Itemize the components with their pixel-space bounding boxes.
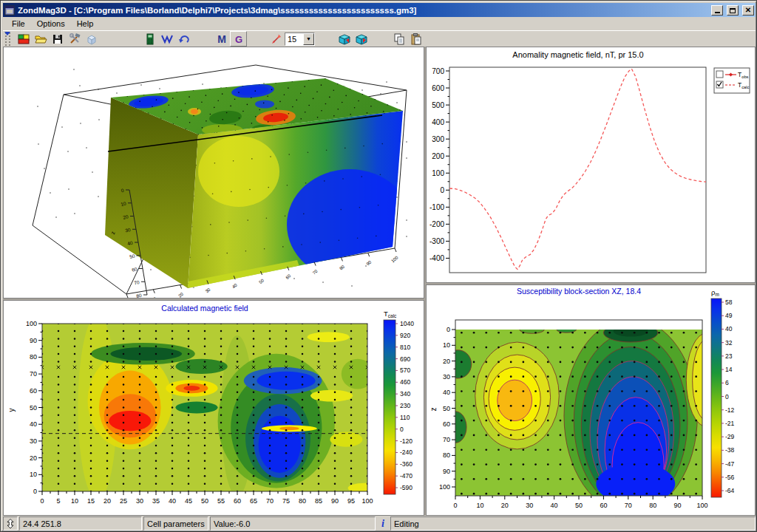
- cube-icon: [85, 33, 98, 46]
- svg-text:14: 14: [725, 366, 733, 373]
- undo-arrow-icon: [177, 33, 191, 46]
- save-button[interactable]: [49, 31, 66, 47]
- svg-text:70: 70: [266, 497, 274, 505]
- floppy-disk-icon: [51, 33, 64, 46]
- svg-text:Calculated magnetic field: Calculated magnetic field: [161, 304, 248, 313]
- svg-text:95: 95: [347, 497, 355, 505]
- susceptibility-section-panel[interactable]: Susceptibility block-section XZ, 18.4010…: [426, 284, 756, 516]
- section-back-button[interactable]: [336, 31, 353, 47]
- svg-text:-300: -300: [430, 237, 444, 245]
- svg-text:690: 690: [400, 355, 410, 363]
- mesh-button[interactable]: [158, 31, 175, 47]
- svg-text:-240: -240: [400, 449, 413, 456]
- menu-help[interactable]: Help: [71, 18, 100, 30]
- svg-text:810: 810: [400, 344, 410, 351]
- close-icon: ✕: [745, 6, 751, 15]
- status-coordinates: 24.4 251.8: [19, 516, 142, 531]
- svg-text:-38: -38: [725, 446, 735, 454]
- open-button[interactable]: [32, 31, 49, 47]
- svg-text:10: 10: [476, 502, 483, 509]
- grid-size-combo[interactable]: 15 ▼: [285, 33, 315, 46]
- svg-text:90: 90: [365, 259, 372, 266]
- svg-text:40: 40: [725, 325, 733, 332]
- svg-text:60: 60: [234, 497, 241, 505]
- letter-g-icon: G: [232, 33, 245, 46]
- anomaly-profile-chart[interactable]: Anomality magnetic field, nT, pr 15.0700…: [427, 47, 755, 282]
- maximize-button[interactable]: [727, 5, 739, 16]
- svg-text:z: z: [430, 408, 438, 412]
- calculate-button[interactable]: [141, 31, 158, 47]
- magnetic-mode-button[interactable]: M: [213, 31, 230, 47]
- new-model-button[interactable]: [15, 31, 32, 47]
- svg-text:300: 300: [432, 135, 444, 143]
- letter-m-icon: M: [215, 33, 228, 46]
- svg-text:80: 80: [443, 451, 450, 459]
- paste-button[interactable]: [407, 31, 424, 47]
- svg-text:60: 60: [600, 502, 607, 509]
- svg-text:-590: -590: [400, 484, 413, 491]
- svg-text:340: 340: [400, 390, 410, 398]
- susceptibility-section-chart[interactable]: Susceptibility block-section XZ, 18.4010…: [427, 285, 755, 515]
- svg-text:45: 45: [185, 497, 192, 505]
- close-button[interactable]: ✕: [742, 5, 754, 16]
- svg-text:G: G: [234, 34, 242, 45]
- svg-text:y: y: [7, 409, 16, 412]
- svg-text:1040: 1040: [400, 320, 414, 327]
- open-folder-icon: [34, 33, 47, 46]
- svg-text:30: 30: [136, 497, 143, 505]
- colormap-icon: [17, 33, 30, 46]
- svg-text:40: 40: [551, 502, 558, 509]
- svg-text:200: 200: [432, 152, 444, 160]
- svg-text:70: 70: [312, 268, 319, 275]
- undo-button[interactable]: [175, 31, 192, 47]
- svg-text:35: 35: [152, 497, 160, 505]
- svg-text:50: 50: [201, 497, 208, 505]
- section-forward-button[interactable]: [353, 31, 370, 47]
- svg-text:10: 10: [71, 497, 78, 505]
- toolbar-chevron-icon[interactable]: [4, 32, 10, 35]
- status-bar: 24.4 251.8 Cell parameters Value:-6.0 i …: [3, 516, 756, 531]
- model-3d-view[interactable]: 01020304050607080z0102030405060708090100: [4, 47, 424, 298]
- cube-view-button[interactable]: [83, 31, 100, 47]
- svg-text:40: 40: [443, 389, 450, 396]
- svg-text:50: 50: [30, 404, 37, 412]
- svg-text:90: 90: [674, 502, 682, 509]
- title-bar[interactable]: ZondMag3D - [C:\Program Files\Borland\De…: [3, 3, 756, 17]
- svg-text:60: 60: [285, 273, 291, 280]
- status-mode: Editing: [390, 516, 756, 531]
- svg-text:-360: -360: [400, 460, 413, 468]
- svg-text:10: 10: [30, 471, 37, 478]
- status-cell-value: Value:-6.0: [210, 516, 376, 531]
- svg-text:0: 0: [40, 497, 44, 505]
- app-icon: [4, 5, 15, 16]
- profile-pick-button[interactable]: [268, 31, 285, 47]
- svg-text:5: 5: [56, 497, 60, 505]
- cube-section-right-icon: [354, 33, 369, 46]
- anomaly-profile-panel[interactable]: Anomality magnetic field, nT, pr 15.0700…: [426, 47, 756, 283]
- svg-text:400: 400: [432, 118, 444, 126]
- calculated-field-map-panel[interactable]: Calculated magnetic field051015202530354…: [3, 300, 424, 516]
- combo-dropdown-button[interactable]: ▼: [303, 33, 314, 45]
- settings-button[interactable]: [66, 31, 83, 47]
- svg-text:25: 25: [120, 497, 127, 505]
- model-3d-panel[interactable]: 01020304050607080z0102030405060708090100: [3, 47, 424, 299]
- svg-text:-100: -100: [430, 203, 444, 211]
- copy-button[interactable]: [390, 31, 407, 47]
- minimize-button[interactable]: [711, 5, 723, 16]
- menu-options[interactable]: Options: [31, 18, 71, 30]
- svg-text:0: 0: [33, 488, 37, 495]
- svg-text:-12: -12: [725, 406, 735, 414]
- gravity-mode-button[interactable]: G: [230, 31, 247, 47]
- svg-text:100: 100: [439, 483, 450, 491]
- svg-text:920: 920: [400, 332, 410, 339]
- grid-size-value[interactable]: 15: [285, 35, 303, 44]
- svg-text:100: 100: [361, 497, 373, 505]
- svg-text:80: 80: [339, 264, 345, 270]
- svg-text:570: 570: [400, 366, 410, 374]
- status-cell-parameters: Cell parameters: [143, 516, 208, 531]
- calculated-field-map[interactable]: Calculated magnetic field051015202530354…: [4, 301, 424, 515]
- svg-text:30: 30: [205, 287, 211, 293]
- menu-file[interactable]: File: [6, 18, 31, 30]
- svg-text:58: 58: [725, 299, 733, 306]
- svg-text:20: 20: [30, 454, 37, 462]
